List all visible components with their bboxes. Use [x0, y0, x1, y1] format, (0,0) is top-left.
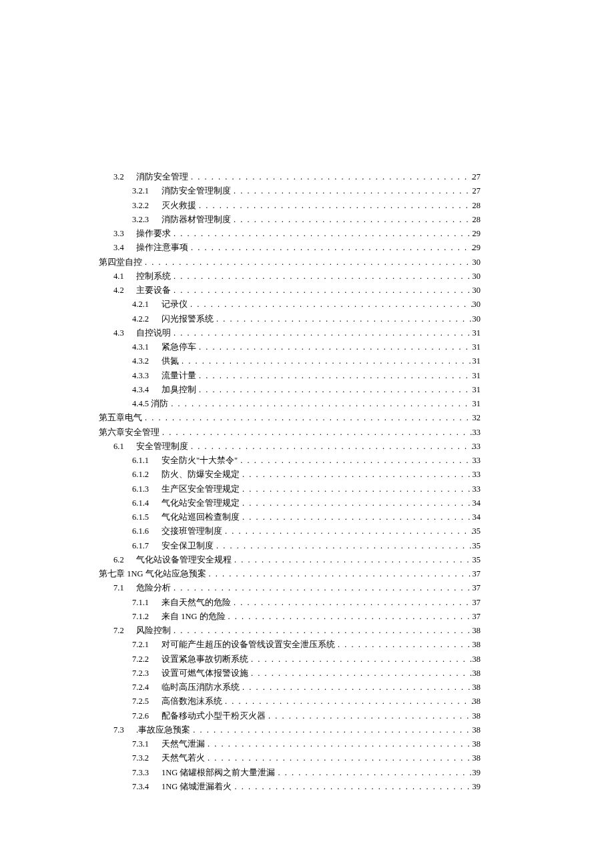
document-page: 3.2消防安全管理. . . . . . . . . . . . . . . .…: [0, 0, 614, 868]
toc-entry: 3.2.3消防器材管理制度. . . . . . . . . . . . . .…: [99, 213, 481, 227]
toc-leader-dots: . . . . . . . . . . . . . . . . . . . . …: [335, 638, 473, 652]
toc-entry-page: 29: [473, 227, 481, 241]
toc-entry-page: 38: [473, 624, 481, 638]
toc-entry-page: 35: [473, 524, 481, 538]
toc-entry-page: 33: [473, 482, 481, 496]
toc-entry-label: 7.3.31NG 储罐根部阀之前大量泄漏: [132, 766, 275, 780]
toc-leader-dots: . . . . . . . . . . . . . . . . . . . . …: [214, 539, 473, 553]
toc-entry: 6.1.6交接班管理制度. . . . . . . . . . . . . . …: [99, 524, 481, 538]
toc-entry-page: 34: [473, 510, 481, 524]
toc-entry: 7.2.4临时高压消防水系统. . . . . . . . . . . . . …: [99, 681, 481, 695]
toc-entry-title: 第七章 1NG 气化站应急预案: [99, 569, 206, 578]
toc-entry-page: 37: [473, 596, 481, 610]
toc-entry-page: 31: [473, 326, 481, 340]
toc-entry-page: 31: [473, 340, 481, 354]
toc-entry-title: 灭火救援: [162, 201, 196, 210]
toc-entry: 3.4操作注意事项. . . . . . . . . . . . . . . .…: [99, 241, 481, 255]
toc-entry: 7.3.2天然气若火. . . . . . . . . . . . . . . …: [99, 751, 481, 765]
toc-leader-dots: . . . . . . . . . . . . . . . . . . . . …: [206, 567, 473, 581]
toc-entry: 6.1.5气化站巡回检查制度. . . . . . . . . . . . . …: [99, 510, 481, 524]
toc-leader-dots: . . . . . . . . . . . . . . . . . . . . …: [171, 624, 473, 638]
toc-entry-page: 38: [473, 695, 481, 709]
toc-entry-label: 7.2.6配备移动式小型干粉灭火器: [132, 709, 266, 723]
toc-leader-dots: . . . . . . . . . . . . . . . . . . . . …: [240, 468, 473, 482]
toc-leader-dots: . . . . . . . . . . . . . . . . . . . . …: [188, 440, 473, 454]
toc-entry-title: 设置紧急事故切断系统: [162, 655, 248, 664]
toc-entry-title: 消防安全管理制度: [162, 186, 231, 195]
toc-entry: 第四堂自控. . . . . . . . . . . . . . . . . .…: [99, 256, 481, 270]
toc-entry-page: 35: [473, 539, 481, 553]
toc-entry-label: 7.1.1来自天然气的危险: [132, 596, 231, 610]
toc-entry-label: 3.3操作要求: [113, 227, 171, 241]
toc-entry-label: 7.2.5高倍数泡沫系统: [132, 695, 222, 709]
toc-entry: 7.2.6配备移动式小型干粉灭火器. . . . . . . . . . . .…: [99, 709, 481, 723]
toc-entry-label: 第六章安全管理: [99, 426, 160, 440]
toc-entry-page: 31: [473, 397, 481, 411]
toc-entry-label: 4.2.2闪光报警系统: [132, 312, 214, 326]
toc-entry: 6.1.3生产区安全管理规定. . . . . . . . . . . . . …: [99, 482, 481, 496]
toc-entry-label: 6.1.2防火、防爆安全规定: [132, 468, 240, 482]
toc-leader-dots: . . . . . . . . . . . . . . . . . . . . …: [196, 340, 473, 354]
toc-leader-dots: . . . . . . . . . . . . . . . . . . . . …: [232, 780, 472, 794]
toc-entry: 7.1.2来自 1NG 的危险. . . . . . . . . . . . .…: [99, 610, 481, 624]
toc-entry-title: 配备移动式小型干粉灭火器: [162, 711, 266, 721]
toc-leader-dots: . . . . . . . . . . . . . . . . . . . . …: [222, 695, 473, 709]
toc-entry-title: 紧急停车: [162, 342, 196, 352]
toc-entry: 第五章电气. . . . . . . . . . . . . . . . . .…: [99, 411, 481, 425]
toc-entry-title: 气化站巡回检查制度: [162, 512, 240, 522]
toc-entry: 3.2.1消防安全管理制度. . . . . . . . . . . . . .…: [99, 184, 481, 198]
toc-entry-title: 来自天然气的危险: [162, 598, 231, 607]
toc-leader-dots: . . . . . . . . . . . . . . . . . . . . …: [240, 510, 473, 524]
toc-entry-page: 30: [473, 298, 481, 312]
toc-leader-dots: . . . . . . . . . . . . . . . . . . . . …: [222, 524, 473, 538]
toc-entry-page: 37: [473, 567, 481, 581]
toc-entry-title: 记录仪: [162, 300, 188, 309]
toc-entry-page: 28: [473, 213, 481, 227]
toc-entry: 6.1.1安全防火"十大禁令". . . . . . . . . . . . .…: [99, 454, 481, 468]
toc-entry-page: 38: [473, 737, 481, 751]
toc-entry-label: 7.3.1天然气泄漏: [132, 737, 205, 751]
toc-leader-dots: . . . . . . . . . . . . . . . . . . . . …: [188, 298, 473, 312]
toc-leader-dots: . . . . . . . . . . . . . . . . . . . . …: [248, 667, 473, 681]
toc-leader-dots: . . . . . . . . . . . . . . . . . . . . …: [196, 383, 473, 397]
toc-entry: 7.2.3设置可燃气体报警设施. . . . . . . . . . . . .…: [99, 667, 481, 681]
toc-entry: 7.3.1天然气泄漏. . . . . . . . . . . . . . . …: [99, 737, 481, 751]
toc-entry: 6.1.7安全保卫制度. . . . . . . . . . . . . . .…: [99, 539, 481, 553]
toc-entry: 7.2.1对可能产生超压的设备管线设置安全泄压系统. . . . . . . .…: [99, 638, 481, 652]
toc-entry-title: 第四堂自控: [99, 258, 142, 267]
toc-entry-title: 流量计量: [162, 371, 196, 380]
toc-entry-label: 4.1控制系统: [113, 270, 171, 284]
toc-entry-title: 安全管理制度: [136, 442, 188, 451]
toc-entry-page: 38: [473, 681, 481, 695]
toc-leader-dots: . . . . . . . . . . . . . . . . . . . . …: [196, 199, 473, 213]
toc-entry-page: 30: [473, 256, 481, 270]
toc-entry: 7.2.5高倍数泡沫系统. . . . . . . . . . . . . . …: [99, 695, 481, 709]
toc-entry: 7.2风险控制. . . . . . . . . . . . . . . . .…: [99, 624, 481, 638]
toc-entry-page: 31: [473, 383, 481, 397]
toc-entry-title: 风险控制: [136, 626, 171, 635]
toc-leader-dots: . . . . . . . . . . . . . . . . . . . . …: [179, 354, 473, 368]
toc-entry-label: 7.2.1对可能产生超压的设备管线设置安全泄压系统: [132, 638, 335, 652]
toc-entry-label: 3.2消防安全管理: [113, 170, 188, 184]
toc-entry-title: 加臭控制: [162, 385, 196, 394]
toc-entry: 7.3.31NG 储罐根部阀之前大量泄漏. . . . . . . . . . …: [99, 766, 481, 780]
toc-entry-title: 供氮: [162, 356, 179, 366]
toc-entry-page: 39: [473, 780, 481, 794]
toc-entry: 3.3操作要求. . . . . . . . . . . . . . . . .…: [99, 227, 481, 241]
toc-entry-page: 30: [473, 284, 481, 298]
toc-entry: 6.2气化站设备管理安全规程. . . . . . . . . . . . . …: [99, 553, 481, 567]
toc-entry-title: 对可能产生超压的设备管线设置安全泄压系统: [162, 640, 335, 649]
toc-entry: 6.1安全管理制度. . . . . . . . . . . . . . . .…: [99, 440, 481, 454]
toc-entry-title: 来自 1NG 的危险: [162, 612, 226, 621]
toc-entry-label: 第四堂自控: [99, 256, 142, 270]
toc-entry-page: 31: [473, 369, 481, 383]
toc-entry-title: 天然气若火: [162, 753, 205, 763]
toc-entry-page: 33: [473, 468, 481, 482]
toc-entry-title: 操作注意事项: [136, 243, 188, 252]
toc-leader-dots: . . . . . . . . . . . . . . . . . . . . …: [240, 496, 473, 510]
toc-leader-dots: . . . . . . . . . . . . . . . . . . . . …: [160, 426, 473, 440]
toc-entry-title: 4.4.5 消防: [132, 399, 168, 408]
toc-entry: 4.2.1记录仪. . . . . . . . . . . . . . . . …: [99, 298, 481, 312]
toc-entry: 4.3.3流量计量. . . . . . . . . . . . . . . .…: [99, 369, 481, 383]
toc-entry-page: 33: [473, 454, 481, 468]
